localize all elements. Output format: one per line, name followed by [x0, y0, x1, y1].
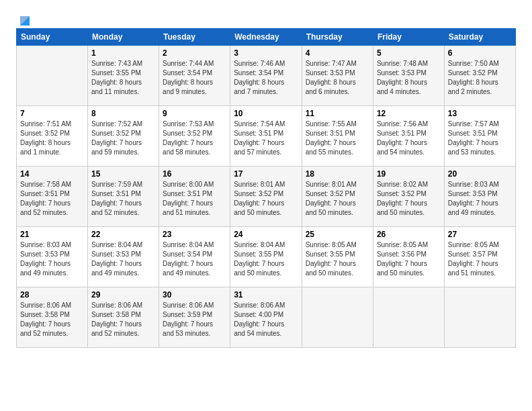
day-number: 18: [306, 169, 369, 179]
day-info: Sunrise: 8:06 AM Sunset: 4:00 PM Dayligh…: [234, 301, 298, 338]
day-cell: 25Sunrise: 8:05 AM Sunset: 3:55 PM Dayli…: [302, 227, 373, 287]
day-info: Sunrise: 7:57 AM Sunset: 3:51 PM Dayligh…: [448, 120, 512, 157]
day-number: 11: [306, 109, 369, 118]
day-number: 29: [91, 290, 155, 300]
day-cell: 30Sunrise: 8:06 AM Sunset: 3:59 PM Dayli…: [159, 287, 230, 348]
day-info: Sunrise: 7:52 AM Sunset: 3:52 PM Dayligh…: [91, 120, 155, 157]
day-info: Sunrise: 7:47 AM Sunset: 3:53 PM Dayligh…: [306, 59, 369, 97]
day-cell: 29Sunrise: 8:06 AM Sunset: 3:58 PM Dayli…: [88, 287, 159, 348]
day-cell: 27Sunrise: 8:05 AM Sunset: 3:57 PM Dayli…: [444, 227, 515, 287]
day-cell: 24Sunrise: 8:04 AM Sunset: 3:55 PM Dayli…: [230, 227, 302, 287]
day-info: Sunrise: 7:59 AM Sunset: 3:51 PM Dayligh…: [91, 180, 155, 218]
day-cell: 28Sunrise: 8:06 AM Sunset: 3:58 PM Dayli…: [17, 287, 88, 348]
day-cell: 31Sunrise: 8:06 AM Sunset: 4:00 PM Dayli…: [230, 287, 302, 348]
day-number: 14: [20, 169, 84, 179]
day-number: 30: [163, 290, 226, 300]
day-cell: 12Sunrise: 7:56 AM Sunset: 3:51 PM Dayli…: [373, 106, 444, 167]
day-info: Sunrise: 7:48 AM Sunset: 3:53 PM Dayligh…: [377, 59, 441, 97]
day-info: Sunrise: 7:54 AM Sunset: 3:51 PM Dayligh…: [234, 120, 298, 157]
day-cell: 6Sunrise: 7:50 AM Sunset: 3:52 PM Daylig…: [444, 46, 515, 106]
day-info: Sunrise: 8:04 AM Sunset: 3:54 PM Dayligh…: [163, 240, 226, 278]
logo: [16, 13, 32, 23]
day-cell: 23Sunrise: 8:04 AM Sunset: 3:54 PM Dayli…: [159, 227, 230, 287]
day-cell: 22Sunrise: 8:04 AM Sunset: 3:53 PM Dayli…: [88, 227, 159, 287]
day-cell: 14Sunrise: 7:58 AM Sunset: 3:51 PM Dayli…: [17, 167, 88, 227]
day-number: 13: [448, 109, 512, 118]
day-number: 24: [234, 230, 298, 239]
day-cell: 26Sunrise: 8:05 AM Sunset: 3:56 PM Dayli…: [373, 227, 444, 287]
day-info: Sunrise: 8:03 AM Sunset: 3:53 PM Dayligh…: [20, 240, 84, 278]
day-number: 7: [20, 109, 84, 118]
day-info: Sunrise: 7:55 AM Sunset: 3:51 PM Dayligh…: [306, 120, 369, 157]
day-info: Sunrise: 7:43 AM Sunset: 3:55 PM Dayligh…: [91, 59, 155, 97]
day-number: 21: [20, 230, 84, 239]
day-info: Sunrise: 8:04 AM Sunset: 3:55 PM Dayligh…: [234, 240, 298, 278]
week-row-3: 14Sunrise: 7:58 AM Sunset: 3:51 PM Dayli…: [17, 167, 516, 227]
day-cell: 21Sunrise: 8:03 AM Sunset: 3:53 PM Dayli…: [17, 227, 88, 287]
day-cell: 7Sunrise: 7:51 AM Sunset: 3:52 PM Daylig…: [17, 106, 88, 167]
day-number: 2: [163, 48, 226, 58]
day-number: 5: [377, 48, 441, 58]
day-number: 10: [234, 109, 298, 118]
day-number: 20: [448, 169, 512, 179]
day-info: Sunrise: 7:44 AM Sunset: 3:54 PM Dayligh…: [163, 59, 226, 97]
logo-icon: [17, 13, 32, 26]
page-header: [16, 13, 516, 23]
day-info: Sunrise: 8:02 AM Sunset: 3:52 PM Dayligh…: [377, 180, 441, 218]
day-info: Sunrise: 7:46 AM Sunset: 3:54 PM Dayligh…: [234, 59, 298, 97]
day-cell: 19Sunrise: 8:02 AM Sunset: 3:52 PM Dayli…: [373, 167, 444, 227]
day-info: Sunrise: 8:05 AM Sunset: 3:57 PM Dayligh…: [448, 240, 512, 278]
day-number: 8: [91, 109, 155, 118]
day-number: 25: [306, 230, 369, 239]
day-info: Sunrise: 7:53 AM Sunset: 3:52 PM Dayligh…: [163, 120, 226, 157]
day-number: 9: [163, 109, 226, 118]
day-number: 6: [448, 48, 512, 58]
header-wednesday: Wednesday: [230, 29, 302, 46]
day-cell: 17Sunrise: 8:01 AM Sunset: 3:52 PM Dayli…: [230, 167, 302, 227]
day-cell: 20Sunrise: 8:03 AM Sunset: 3:53 PM Dayli…: [444, 167, 515, 227]
header-sunday: Sunday: [17, 29, 88, 46]
day-cell: 9Sunrise: 7:53 AM Sunset: 3:52 PM Daylig…: [159, 106, 230, 167]
day-number: 17: [234, 169, 298, 179]
day-number: 16: [163, 169, 226, 179]
header-tuesday: Tuesday: [159, 29, 230, 46]
day-cell: [302, 287, 373, 348]
day-info: Sunrise: 8:04 AM Sunset: 3:53 PM Dayligh…: [91, 240, 155, 278]
day-cell: 3Sunrise: 7:46 AM Sunset: 3:54 PM Daylig…: [230, 46, 302, 106]
calendar-table: SundayMondayTuesdayWednesdayThursdayFrid…: [16, 28, 516, 348]
day-number: 3: [234, 48, 298, 58]
day-info: Sunrise: 7:50 AM Sunset: 3:52 PM Dayligh…: [448, 59, 512, 97]
day-cell: 1Sunrise: 7:43 AM Sunset: 3:55 PM Daylig…: [88, 46, 159, 106]
day-info: Sunrise: 8:03 AM Sunset: 3:53 PM Dayligh…: [448, 180, 512, 218]
day-number: 28: [20, 290, 84, 300]
calendar-header-row: SundayMondayTuesdayWednesdayThursdayFrid…: [17, 29, 516, 46]
day-number: 4: [306, 48, 369, 58]
header-saturday: Saturday: [444, 29, 515, 46]
day-number: 1: [91, 48, 155, 58]
day-number: 15: [91, 169, 155, 179]
day-cell: 5Sunrise: 7:48 AM Sunset: 3:53 PM Daylig…: [373, 46, 444, 106]
day-number: 26: [377, 230, 441, 239]
week-row-1: 1Sunrise: 7:43 AM Sunset: 3:55 PM Daylig…: [17, 46, 516, 106]
day-info: Sunrise: 8:06 AM Sunset: 3:58 PM Dayligh…: [91, 301, 155, 338]
header-friday: Friday: [373, 29, 444, 46]
day-cell: 4Sunrise: 7:47 AM Sunset: 3:53 PM Daylig…: [302, 46, 373, 106]
day-number: 22: [91, 230, 155, 239]
day-cell: [444, 287, 515, 348]
day-cell: 13Sunrise: 7:57 AM Sunset: 3:51 PM Dayli…: [444, 106, 515, 167]
day-info: Sunrise: 8:00 AM Sunset: 3:51 PM Dayligh…: [163, 180, 226, 218]
day-info: Sunrise: 8:01 AM Sunset: 3:52 PM Dayligh…: [306, 180, 369, 218]
day-cell: [373, 287, 444, 348]
day-cell: [17, 46, 88, 106]
day-info: Sunrise: 8:05 AM Sunset: 3:55 PM Dayligh…: [306, 240, 369, 278]
day-cell: 16Sunrise: 8:00 AM Sunset: 3:51 PM Dayli…: [159, 167, 230, 227]
day-info: Sunrise: 7:51 AM Sunset: 3:52 PM Dayligh…: [20, 120, 84, 157]
day-cell: 2Sunrise: 7:44 AM Sunset: 3:54 PM Daylig…: [159, 46, 230, 106]
day-number: 12: [377, 109, 441, 118]
day-info: Sunrise: 7:58 AM Sunset: 3:51 PM Dayligh…: [20, 180, 84, 218]
day-number: 23: [163, 230, 226, 239]
day-number: 27: [448, 230, 512, 239]
day-info: Sunrise: 7:56 AM Sunset: 3:51 PM Dayligh…: [377, 120, 441, 157]
day-cell: 11Sunrise: 7:55 AM Sunset: 3:51 PM Dayli…: [302, 106, 373, 167]
header-monday: Monday: [88, 29, 159, 46]
